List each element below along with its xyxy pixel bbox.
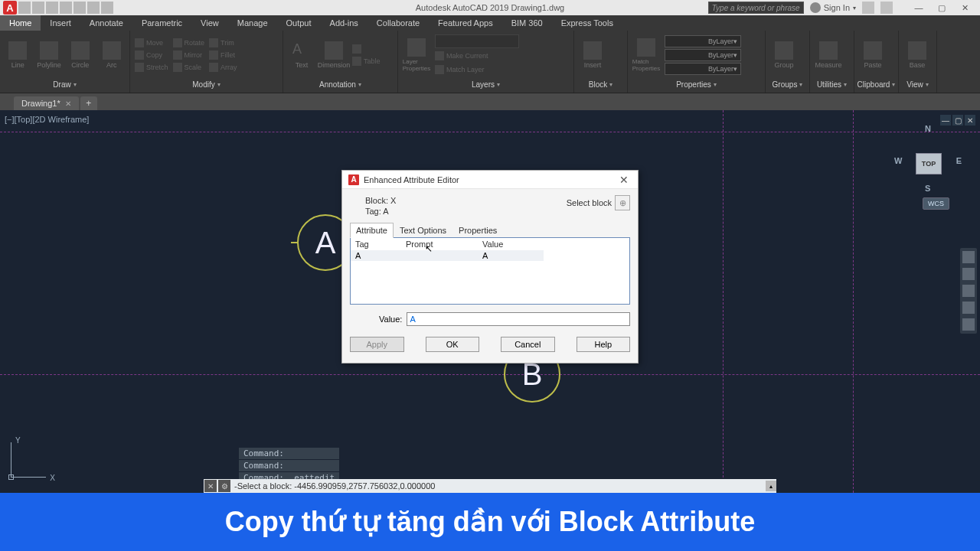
gridline bbox=[853, 110, 854, 493]
copy-button[interactable]: Copy bbox=[135, 49, 168, 60]
new-tab-button[interactable]: + bbox=[80, 96, 97, 110]
tab-annotate[interactable]: Annotate bbox=[80, 15, 132, 31]
gridline bbox=[0, 132, 980, 132]
cmd-options-icon[interactable]: ⚙ bbox=[218, 480, 230, 492]
block-panel-label[interactable]: Block bbox=[579, 77, 622, 91]
qat-saveas-icon[interactable] bbox=[60, 2, 72, 14]
viewcube-top[interactable]: TOP bbox=[916, 153, 942, 174]
leader-button[interactable] bbox=[352, 43, 381, 54]
gridline bbox=[723, 110, 724, 493]
qat-redo-icon[interactable] bbox=[101, 2, 113, 14]
tab-parametric[interactable]: Parametric bbox=[132, 15, 191, 31]
nav-showmotion-icon[interactable] bbox=[962, 318, 975, 331]
help-icon[interactable] bbox=[880, 2, 893, 14]
properties-panel-label[interactable]: Properties bbox=[632, 77, 760, 91]
stretch-button[interactable]: Stretch bbox=[135, 61, 168, 73]
tab-view[interactable]: View bbox=[191, 15, 228, 31]
tab-text-options[interactable]: Text Options bbox=[394, 223, 452, 238]
table-row[interactable]: A A bbox=[351, 250, 544, 261]
help-button[interactable]: Help bbox=[577, 337, 631, 352]
tab-bim360[interactable]: BIM 360 bbox=[502, 15, 552, 31]
color-dropdown[interactable]: ByLayer ▾ bbox=[665, 35, 741, 47]
qat-plot-icon[interactable] bbox=[74, 2, 86, 14]
command-input[interactable]: -Select a block: -4456.990959,2757.75603… bbox=[231, 481, 435, 491]
circle-button[interactable]: Circle bbox=[67, 37, 94, 73]
layer-dropdown[interactable] bbox=[435, 34, 519, 48]
layers-panel-label[interactable]: Layers bbox=[403, 77, 569, 91]
file-tab-drawing1[interactable]: Drawing1* ✕ bbox=[14, 96, 79, 110]
cancel-button[interactable]: Cancel bbox=[501, 337, 555, 352]
minimize-button[interactable]: — bbox=[908, 2, 929, 14]
nav-zoom-icon[interactable] bbox=[962, 285, 975, 297]
dialog-close-button[interactable]: ✕ bbox=[616, 174, 632, 186]
tab-collaborate[interactable]: Collaborate bbox=[368, 15, 429, 31]
move-button[interactable]: Move bbox=[135, 37, 168, 48]
tab-manage[interactable]: Manage bbox=[228, 15, 277, 31]
match-layer-button[interactable]: Match Layer bbox=[435, 64, 519, 76]
utilities-panel-label[interactable]: Utilities bbox=[815, 77, 849, 91]
mirror-button[interactable]: Mirror bbox=[173, 49, 205, 60]
clipboard-panel-label[interactable]: Clipboard bbox=[859, 77, 893, 91]
text-button[interactable]: AText bbox=[288, 37, 315, 73]
tab-attribute[interactable]: Attribute bbox=[350, 223, 394, 238]
layer-properties-button[interactable]: Layer Properties bbox=[403, 37, 430, 73]
view-panel-label[interactable]: View bbox=[903, 77, 932, 91]
groups-panel-label[interactable]: Groups bbox=[770, 77, 805, 91]
nav-orbit-icon[interactable] bbox=[962, 302, 975, 314]
close-icon[interactable]: ✕ bbox=[65, 99, 71, 108]
cmd-close-icon[interactable]: ✕ bbox=[204, 480, 217, 492]
make-current-button[interactable]: Make Current bbox=[435, 51, 519, 62]
select-block-button[interactable]: ⊕ bbox=[615, 195, 630, 210]
search-input[interactable]: Type a keyword or phrase bbox=[708, 2, 804, 14]
tab-properties[interactable]: Properties bbox=[452, 223, 503, 238]
dimension-button[interactable]: Dimension bbox=[320, 37, 348, 73]
fillet-button[interactable]: Fillet bbox=[209, 49, 237, 60]
close-button[interactable]: ✕ bbox=[954, 2, 975, 14]
qat-undo-icon[interactable] bbox=[87, 2, 100, 14]
signin-button[interactable]: Sign In ▾ bbox=[810, 2, 856, 13]
app-icon[interactable]: A bbox=[3, 1, 17, 15]
qat-new-icon[interactable] bbox=[18, 2, 31, 14]
group-button[interactable]: Group bbox=[770, 37, 798, 73]
modify-panel-label[interactable]: Modify bbox=[135, 77, 278, 91]
tab-addins[interactable]: Add-ins bbox=[321, 15, 368, 31]
tab-output[interactable]: Output bbox=[277, 15, 321, 31]
tab-home[interactable]: Home bbox=[0, 15, 41, 31]
polyline-button[interactable]: Polyline bbox=[36, 37, 63, 73]
insert-block-button[interactable]: Insert bbox=[579, 37, 606, 73]
measure-button[interactable]: Measure bbox=[815, 37, 842, 73]
value-input[interactable] bbox=[407, 312, 630, 326]
vp-close-icon[interactable]: ✕ bbox=[965, 115, 975, 126]
ok-button[interactable]: OK bbox=[426, 337, 480, 352]
arc-button[interactable]: Arc bbox=[98, 37, 125, 73]
base-button[interactable]: Base bbox=[903, 37, 931, 73]
nav-pan-icon[interactable] bbox=[962, 268, 975, 280]
rotate-button[interactable]: Rotate bbox=[173, 37, 205, 48]
draw-panel-label[interactable]: Draw bbox=[5, 77, 125, 91]
table-button[interactable]: Table bbox=[352, 55, 381, 67]
trim-button[interactable]: Trim bbox=[209, 37, 237, 48]
viewport-label[interactable]: [−][Top][2D Wireframe] bbox=[5, 115, 89, 124]
maximize-button[interactable]: ▢ bbox=[931, 2, 952, 14]
lineweight-dropdown[interactable]: ByLayer ▾ bbox=[665, 49, 741, 61]
annotation-panel-label[interactable]: Annotation bbox=[288, 77, 393, 91]
apply-button[interactable]: Apply bbox=[350, 337, 404, 352]
tab-insert[interactable]: Insert bbox=[41, 15, 80, 31]
wcs-badge[interactable]: WCS bbox=[923, 197, 949, 210]
tab-featured[interactable]: Featured Apps bbox=[429, 15, 502, 31]
paste-button[interactable]: Paste bbox=[859, 37, 887, 73]
viewcube[interactable]: N S W E TOP bbox=[897, 124, 959, 193]
qat-open-icon[interactable] bbox=[32, 2, 44, 14]
linetype-dropdown[interactable]: ByLayer ▾ bbox=[665, 63, 741, 75]
scale-button[interactable]: Scale bbox=[173, 61, 205, 73]
tab-express[interactable]: Express Tools bbox=[552, 15, 622, 31]
line-button[interactable]: Line bbox=[5, 37, 31, 73]
command-bar[interactable]: ✕ ⚙ -Select a block: -4456.990959,2757.7… bbox=[204, 479, 776, 493]
dialog-titlebar[interactable]: A Enhanced Attribute Editor ✕ bbox=[342, 171, 638, 189]
exchange-icon[interactable] bbox=[862, 2, 874, 14]
array-button[interactable]: Array bbox=[209, 61, 237, 73]
match-properties-button[interactable]: Match Properties bbox=[632, 37, 660, 73]
qat-save-icon[interactable] bbox=[46, 2, 58, 14]
cmd-scroll-icon[interactable]: ▴ bbox=[766, 481, 776, 491]
nav-wheel-icon[interactable] bbox=[962, 251, 975, 263]
